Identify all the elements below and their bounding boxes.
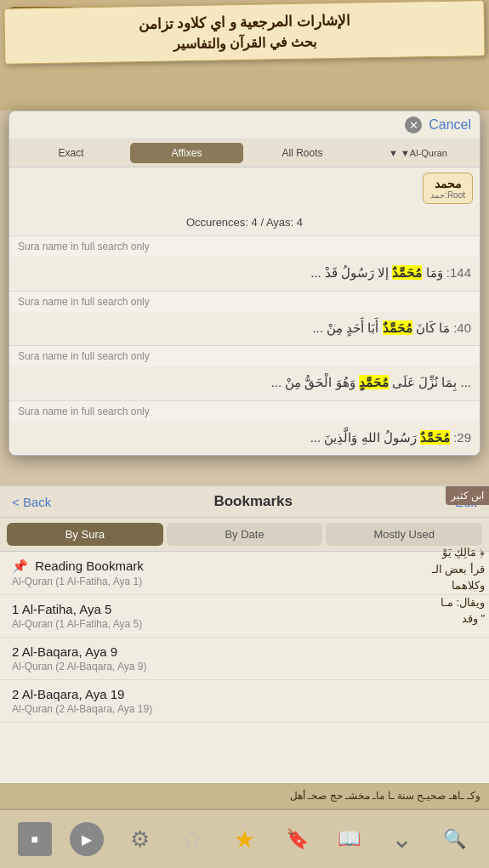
section-label-3: Sura name in full search only: [9, 345, 480, 366]
search-icon: 🔍: [443, 828, 466, 850]
bookmark-item-2[interactable]: 2 Al-Baqara, Aya 9 Al-Quran (2 Al-Baqara…: [0, 638, 489, 680]
search-tab-bar: Exact Affixes All Roots ▼ ▼Al-Quran: [9, 139, 480, 167]
stop-button[interactable]: ■: [18, 822, 52, 856]
search-results: Sura name in full search only 144: وَمَا…: [9, 235, 480, 455]
side-label: ابن كثير: [446, 486, 489, 505]
bookmarks-panel: ابن كثير < Back Bookmarks Edit By Sura B…: [0, 485, 489, 808]
search-button[interactable]: 🔍: [437, 822, 471, 856]
book-icon: 📖: [338, 828, 361, 850]
bookmark-icon: 🔖: [286, 828, 309, 850]
chevron-down-icon: ▼: [389, 148, 398, 158]
tab-affixes[interactable]: Affixes: [130, 143, 243, 163]
tab-all-roots[interactable]: All Roots: [246, 143, 359, 163]
bookmarks-title: Bookmarks: [213, 493, 293, 510]
section-label-1: Sura name in full search only: [9, 235, 480, 257]
bookmark-item-0[interactable]: 📌 Reading Bookmark Al-Quran (1 Al-Fatiha…: [0, 552, 489, 595]
tab-by-sura[interactable]: By Sura: [7, 523, 163, 546]
tab-exact[interactable]: Exact: [14, 143, 128, 163]
bookmark-item-3[interactable]: 2 Al-Baqara, Aya 19 Al-Quran (2 Al-Baqar…: [0, 680, 489, 723]
occurrences-count: Occurences: 4 / Ayas: 4: [9, 209, 480, 235]
side-arabic-text: ﴿ مَالِكِ يَوْ قرأ بعض الـ وكلاهما ويقال…: [421, 544, 485, 627]
tab-by-date[interactable]: By Date: [167, 523, 323, 546]
bookmarks-header: < Back Bookmarks Edit: [0, 486, 489, 518]
back-button[interactable]: < Back: [12, 495, 51, 509]
section-label-2: Sura name in full search only: [9, 291, 480, 312]
cancel-button[interactable]: Cancel: [429, 117, 471, 133]
bookmark-list: 📌 Reading Bookmark Al-Quran (1 Al-Fatiha…: [0, 552, 489, 790]
bookmark-tabs: By Sura By Date Mostly Used: [0, 518, 489, 552]
cancel-bar: ✕ Cancel: [9, 111, 480, 139]
tab-mostly-used[interactable]: Mostly Used: [326, 523, 482, 546]
gear-button[interactable]: ⚙: [122, 822, 156, 856]
chevron-button[interactable]: ⌄: [384, 822, 418, 856]
gear-icon: ⚙: [130, 826, 150, 853]
result-verse-3[interactable]: ... بِمَا نُزِّلَ عَلَى مُحَمَّدٍ وَهُوَ…: [9, 366, 480, 400]
play-button[interactable]: ▶: [70, 822, 104, 856]
title-line2: بحث في القرآن والتفاسير: [17, 31, 472, 54]
tab-al-quran[interactable]: ▼ ▼Al-Quran: [361, 143, 475, 163]
bookmark-item-1[interactable]: 1 Al-Fatiha, Aya 5 Al-Quran (1 Al-Fatiha…: [0, 595, 489, 638]
title-banner: الإشارات المرجعية و اي كلاود تزامن بحث ف…: [3, 0, 485, 65]
root-badge: محمد Root:حمد: [423, 173, 473, 204]
chevron-down-icon: ⌄: [391, 826, 412, 852]
close-button[interactable]: ✕: [405, 116, 422, 133]
star-empty-button[interactable]: ☆: [175, 822, 209, 856]
stop-icon: ■: [31, 832, 38, 846]
section-label-4: Sura name in full search only: [9, 400, 480, 422]
bottom-toolbar: ■ ▶ ⚙ ☆ ★ 🔖 📖 ⌄ 🔍: [0, 808, 489, 868]
bookmark-button[interactable]: 🔖: [280, 822, 314, 856]
result-verse-1[interactable]: 144: وَمَا مُحَمَّدٌ إلا رَسُولُ قَدْ ..…: [9, 257, 480, 291]
star-gold-button[interactable]: ★: [227, 822, 261, 856]
search-modal: ✕ Cancel Exact Affixes All Roots ▼ ▼Al-Q…: [9, 111, 480, 456]
star-empty-icon: ☆: [181, 825, 202, 854]
pin-icon: 📌: [12, 559, 28, 573]
result-verse-2[interactable]: 40: مَا كَانَ مُحَمَّدٌ أَبَا أَحَدٍ مِن…: [9, 312, 480, 346]
star-filled-icon: ★: [234, 825, 255, 854]
result-verse-4[interactable]: 29: مُحَمَّدٌ رَسُولُ اللهِ وَالَّذِينَ …: [9, 422, 480, 456]
bottom-arabic-strip: وكـ ـاهـ صحيـح سنة ـا ماـ مخشـ حج صحـ أه…: [0, 783, 489, 808]
book-button[interactable]: 📖: [333, 822, 367, 856]
play-icon: ▶: [82, 831, 92, 848]
